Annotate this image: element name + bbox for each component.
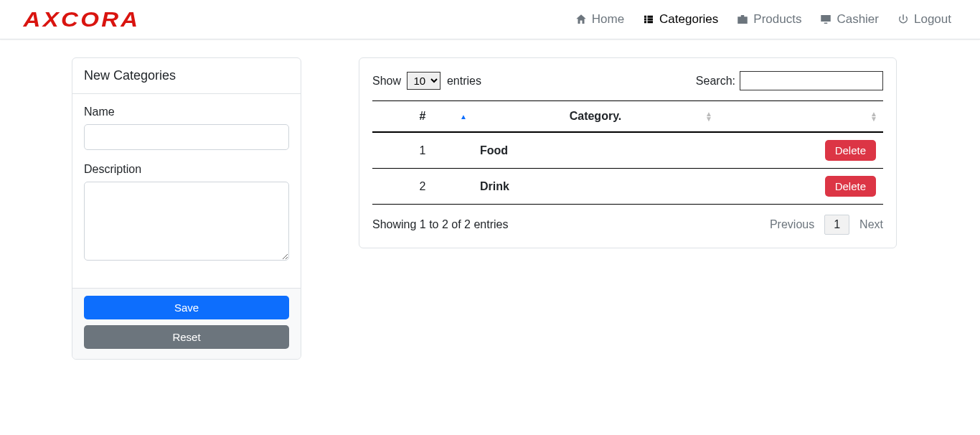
table-info: Showing 1 to 2 of 2 entries xyxy=(372,218,508,231)
nav-home-label: Home xyxy=(592,12,624,27)
reset-button[interactable]: Reset xyxy=(84,325,289,349)
new-category-card: New Categories Name Description Save Res… xyxy=(72,57,301,360)
table-row: 1FoodDelete xyxy=(372,132,883,169)
page-number[interactable]: 1 xyxy=(824,215,849,235)
nav-cashier-label: Cashier xyxy=(837,12,879,27)
row-number: 1 xyxy=(372,132,473,169)
prev-button[interactable]: Previous xyxy=(770,218,814,231)
form-footer: Save Reset xyxy=(72,288,301,359)
monitor-icon xyxy=(819,13,832,26)
search-label: Search: xyxy=(696,75,735,88)
entries-select[interactable]: 10 xyxy=(407,72,440,90)
navbar: AXCORA Home Categories Products Cashier … xyxy=(0,0,980,39)
search-input[interactable] xyxy=(740,71,883,90)
nav-logout-label: Logout xyxy=(914,12,951,27)
briefcase-icon xyxy=(736,13,749,26)
nav-cashier[interactable]: Cashier xyxy=(819,12,879,27)
form-body: Name Description xyxy=(72,94,301,288)
entries-control: Show 10 entries xyxy=(372,72,481,90)
home-icon xyxy=(575,13,588,26)
nav-products[interactable]: Products xyxy=(736,12,801,27)
table-controls-top: Show 10 entries Search: xyxy=(372,71,883,90)
list-icon xyxy=(642,13,655,26)
power-icon xyxy=(897,13,910,26)
row-actions: Delete xyxy=(718,132,883,169)
sort-icon: ▲▼ xyxy=(870,111,877,121)
row-category: Food xyxy=(473,132,718,169)
col-number[interactable]: # ▲ xyxy=(372,101,473,133)
save-button[interactable]: Save xyxy=(84,296,289,319)
nav-products-label: Products xyxy=(753,12,801,27)
col-category[interactable]: Category. ▲▼ xyxy=(473,101,718,133)
name-input[interactable] xyxy=(84,124,289,150)
categories-table: # ▲ Category. ▲▼ ▲▼ 1FoodDelete2DrinkDel… xyxy=(372,100,883,205)
entries-label: entries xyxy=(447,75,481,87)
show-label: Show xyxy=(372,75,401,87)
nav-categories[interactable]: Categories xyxy=(642,12,718,27)
nav-logout[interactable]: Logout xyxy=(897,12,951,27)
description-label: Description xyxy=(84,163,289,176)
brand-logo: AXCORA xyxy=(24,7,141,32)
nav-home[interactable]: Home xyxy=(575,12,624,27)
search-control: Search: xyxy=(696,71,883,90)
sort-icon: ▲▼ xyxy=(705,111,712,121)
row-number: 2 xyxy=(372,169,473,205)
next-button[interactable]: Next xyxy=(859,218,883,231)
col-actions[interactable]: ▲▼ xyxy=(718,101,883,133)
row-category: Drink xyxy=(473,169,718,205)
table-controls-bottom: Showing 1 to 2 of 2 entries Previous 1 N… xyxy=(372,215,883,235)
main-container: New Categories Name Description Save Res… xyxy=(0,39,980,378)
name-label: Name xyxy=(84,106,289,118)
sort-asc-icon: ▲ xyxy=(460,113,467,121)
delete-button[interactable]: Delete xyxy=(825,176,876,197)
form-title: New Categories xyxy=(72,58,301,94)
pagination: Previous 1 Next xyxy=(770,215,883,235)
nav-links: Home Categories Products Cashier Logout xyxy=(575,12,951,27)
categories-table-card: Show 10 entries Search: # ▲ Ca xyxy=(359,57,897,248)
description-input[interactable] xyxy=(84,182,289,261)
delete-button[interactable]: Delete xyxy=(825,140,876,161)
nav-categories-label: Categories xyxy=(659,12,718,27)
table-row: 2DrinkDelete xyxy=(372,169,883,205)
row-actions: Delete xyxy=(718,169,883,205)
